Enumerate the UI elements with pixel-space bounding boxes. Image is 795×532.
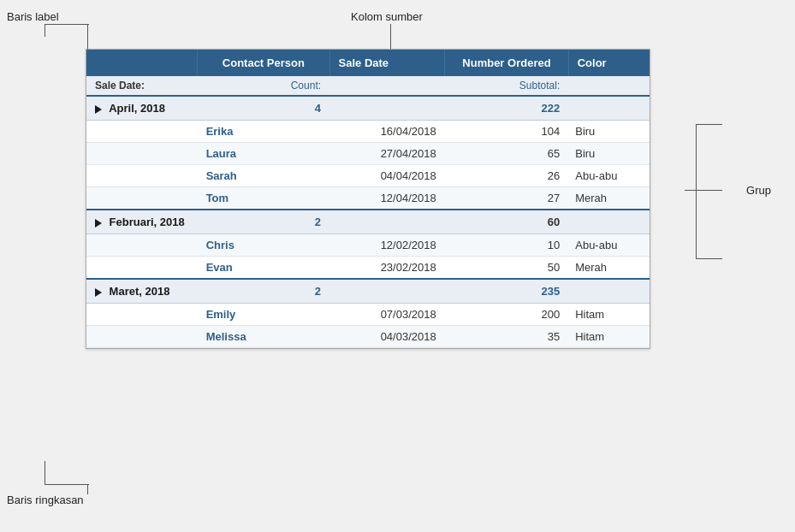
td-number: 200: [445, 304, 569, 326]
ann-bracket-mid: [685, 190, 722, 191]
td-number: 50: [445, 257, 569, 280]
td-color: Hitam: [568, 326, 650, 348]
td-empty: [86, 165, 198, 187]
td-date: 07/03/2018: [329, 304, 445, 326]
td-number: 27: [445, 187, 569, 210]
label-row: Sale Date: Count: Subtotal:: [86, 76, 650, 96]
group-header-2: Maret, 2018 2 235: [86, 279, 650, 304]
td-date: 16/04/2018: [329, 121, 445, 143]
td-date: 04/03/2018: [329, 326, 445, 348]
col-header-color: Color: [568, 50, 650, 76]
td-empty: [86, 187, 198, 210]
annotation-baris-ringkasan: Baris ringkasan: [7, 494, 84, 506]
collapse-triangle[interactable]: [95, 105, 102, 114]
data-row: Tom 12/04/2018 27 Merah: [86, 187, 650, 210]
group-header-1: Februari, 2018 2 60: [86, 210, 650, 234]
td-number: 35: [445, 326, 569, 348]
collapse-triangle[interactable]: [95, 288, 102, 297]
header-row: Contact Person Sale Date Number Ordered …: [86, 50, 650, 76]
data-row: Erika 16/04/2018 104 Biru: [86, 121, 650, 143]
ann-line-v1b: [44, 24, 45, 37]
group-count: 2: [198, 210, 329, 234]
td-color: Hitam: [568, 304, 650, 326]
label-empty1: [329, 76, 445, 96]
group-subtotal: 235: [445, 279, 569, 304]
group-name: Maret, 2018: [86, 279, 198, 304]
ann-bracket-top: [697, 124, 722, 125]
data-row: Sarah 04/04/2018 26 Abu-abu: [86, 165, 650, 187]
group-empty1: [329, 279, 445, 304]
label-saledate: Sale Date:: [86, 76, 198, 96]
data-row: Melissa 04/03/2018 35 Hitam: [86, 326, 650, 348]
group-subtotal: 60: [445, 210, 569, 234]
td-contact: Evan: [198, 257, 329, 280]
td-date: 12/02/2018: [329, 234, 445, 257]
annotation-baris-label: Baris label: [7, 10, 59, 23]
td-contact: Melissa: [198, 326, 329, 348]
td-empty: [86, 143, 198, 165]
td-color: Merah: [568, 257, 650, 280]
td-empty: [86, 121, 198, 143]
td-date: 27/04/2018: [329, 143, 445, 165]
td-color: Merah: [568, 187, 650, 210]
td-contact: Emily: [198, 304, 329, 326]
td-contact: Laura: [198, 143, 329, 165]
td-color: Abu-abu: [568, 165, 650, 187]
td-empty: [86, 326, 198, 348]
data-row: Laura 27/04/2018 65 Biru: [86, 143, 650, 165]
group-name: April, 2018: [86, 96, 198, 121]
page-container: Baris label Kolom sumber Grup Baris ring…: [0, 0, 795, 532]
td-date: 04/04/2018: [329, 165, 445, 187]
col-header-number: Number Ordered: [445, 50, 569, 76]
data-table: Contact Person Sale Date Number Ordered …: [86, 50, 650, 348]
td-number: 104: [445, 121, 569, 143]
ann-line-v3b: [87, 484, 88, 494]
group-count: 4: [198, 96, 329, 121]
group-empty1: [329, 210, 445, 234]
ann-line-v3: [44, 461, 45, 485]
td-number: 10: [445, 234, 569, 257]
td-empty: [86, 257, 198, 280]
td-contact: Sarah: [198, 165, 329, 187]
td-empty: [86, 304, 198, 326]
group-header-0: April, 2018 4 222: [86, 96, 650, 121]
ann-line-h3: [44, 484, 89, 485]
ann-bracket-bot: [697, 258, 722, 259]
td-color: Abu-abu: [568, 234, 650, 257]
col-header-saledate: Sale Date: [329, 50, 445, 76]
col-header-empty: [86, 50, 198, 76]
td-color: Biru: [568, 143, 650, 165]
group-name: Februari, 2018: [86, 210, 198, 234]
label-empty2: [568, 76, 650, 96]
group-empty2: [568, 96, 650, 121]
ann-bracket-v: [696, 124, 697, 259]
td-color: Biru: [568, 121, 650, 143]
annotation-kolom-sumber: Kolom sumber: [351, 10, 423, 23]
group-empty1: [329, 96, 445, 121]
ann-line-h1: [44, 24, 89, 25]
label-subtotal: Subtotal:: [445, 76, 569, 96]
td-contact: Chris: [198, 234, 329, 257]
td-empty: [86, 234, 198, 257]
td-contact: Erika: [198, 121, 329, 143]
group-empty2: [568, 210, 650, 234]
col-header-contact: Contact Person: [198, 50, 329, 76]
ann-line-v2: [390, 24, 391, 50]
data-row: Chris 12/02/2018 10 Abu-abu: [86, 234, 650, 257]
data-row: Evan 23/02/2018 50 Merah: [86, 257, 650, 280]
td-number: 26: [445, 165, 569, 187]
label-count: Count:: [198, 76, 329, 96]
collapse-triangle[interactable]: [95, 219, 102, 228]
group-count: 2: [198, 279, 329, 304]
table-wrapper: Contact Person Sale Date Number Ordered …: [86, 49, 650, 349]
td-date: 12/04/2018: [329, 187, 445, 210]
annotation-grup: Grup: [746, 184, 771, 197]
group-subtotal: 222: [445, 96, 569, 121]
data-row: Emily 07/03/2018 200 Hitam: [86, 304, 650, 326]
group-empty2: [568, 279, 650, 304]
td-number: 65: [445, 143, 569, 165]
td-contact: Tom: [198, 187, 329, 210]
td-date: 23/02/2018: [329, 257, 445, 280]
